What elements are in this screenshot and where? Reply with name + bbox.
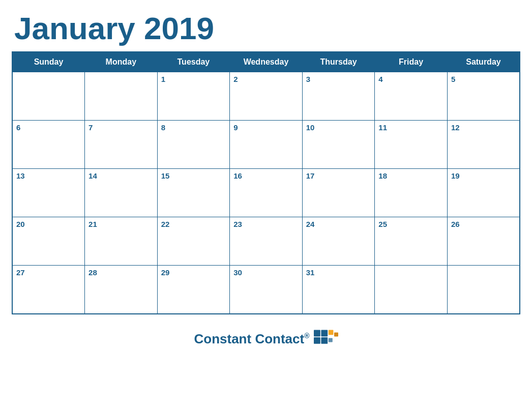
calendar-day-cell: 12: [447, 121, 520, 169]
calendar-day-cell: [85, 72, 158, 121]
calendar-day-cell: 20: [12, 217, 85, 266]
header-saturday: Saturday: [447, 52, 520, 72]
calendar-day-cell: 10: [302, 121, 375, 169]
calendar-day-cell: 23: [230, 217, 303, 266]
svg-rect-3: [321, 337, 328, 344]
brand-footer: Constant Contact®: [194, 330, 338, 349]
calendar-week-row: 6789101112: [12, 121, 520, 169]
calendar-day-cell: 5: [447, 72, 520, 121]
svg-rect-5: [334, 332, 338, 336]
calendar-day-cell: 14: [85, 169, 158, 217]
calendar-day-cell: 24: [302, 217, 375, 266]
calendar-body: 1234567891011121314151617181920212223242…: [12, 72, 520, 314]
calendar-table: Sunday Monday Tuesday Wednesday Thursday…: [12, 51, 520, 314]
calendar-day-cell: 28: [85, 266, 158, 314]
calendar-day-cell: 2: [230, 72, 303, 121]
calendar-day-cell: 8: [157, 121, 230, 169]
calendar-day-cell: 19: [447, 169, 520, 217]
calendar-day-cell: 11: [375, 121, 448, 169]
calendar-title: January 2019: [12, 10, 520, 46]
calendar-header-row: Sunday Monday Tuesday Wednesday Thursday…: [12, 52, 520, 72]
calendar-day-cell: 29: [157, 266, 230, 314]
calendar-day-cell: 18: [375, 169, 448, 217]
calendar-day-cell: 27: [12, 266, 85, 314]
calendar-day-cell: 15: [157, 169, 230, 217]
svg-rect-4: [328, 330, 333, 335]
calendar-week-row: 13141516171819: [12, 169, 520, 217]
calendar-day-cell: [375, 266, 448, 314]
brand-logo: [314, 330, 338, 349]
calendar-day-cell: 26: [447, 217, 520, 266]
header-wednesday: Wednesday: [230, 52, 303, 72]
calendar-day-cell: 30: [230, 266, 303, 314]
calendar-day-cell: 4: [375, 72, 448, 121]
header-sunday: Sunday: [12, 52, 85, 72]
header-tuesday: Tuesday: [157, 52, 230, 72]
calendar-day-cell: 31: [302, 266, 375, 314]
header-thursday: Thursday: [302, 52, 375, 72]
calendar-day-cell: 25: [375, 217, 448, 266]
calendar-day-cell: 16: [230, 169, 303, 217]
svg-rect-2: [314, 337, 320, 344]
calendar-day-cell: 22: [157, 217, 230, 266]
svg-rect-0: [314, 330, 320, 336]
calendar-day-cell: 9: [230, 121, 303, 169]
calendar-day-cell: 1: [157, 72, 230, 121]
svg-rect-6: [328, 338, 332, 342]
calendar-day-cell: 17: [302, 169, 375, 217]
calendar-day-cell: 6: [12, 121, 85, 169]
calendar-day-cell: 21: [85, 217, 158, 266]
calendar-container: January 2019 Sunday Monday Tuesday Wedne…: [12, 10, 520, 314]
header-monday: Monday: [85, 52, 158, 72]
calendar-day-cell: [12, 72, 85, 121]
calendar-day-cell: 13: [12, 169, 85, 217]
calendar-day-cell: 3: [302, 72, 375, 121]
calendar-day-cell: [447, 266, 520, 314]
svg-rect-1: [321, 330, 328, 336]
calendar-week-row: 20212223242526: [12, 217, 520, 266]
calendar-week-row: 12345: [12, 72, 520, 121]
calendar-day-cell: 7: [85, 121, 158, 169]
brand-name: Constant Contact®: [194, 331, 310, 347]
header-friday: Friday: [375, 52, 448, 72]
calendar-week-row: 2728293031: [12, 266, 520, 314]
